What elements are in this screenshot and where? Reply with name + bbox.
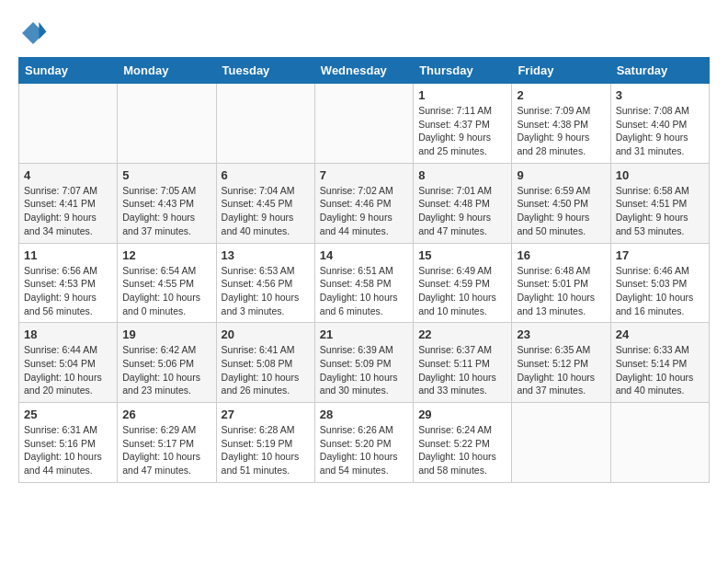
day-info: Sunrise: 7:05 AM Sunset: 4:43 PM Dayligh…	[122, 184, 210, 238]
day-info: Sunrise: 6:24 AM Sunset: 5:22 PM Dayligh…	[418, 423, 506, 477]
logo-icon	[18, 18, 48, 48]
day-info: Sunrise: 6:59 AM Sunset: 4:50 PM Dayligh…	[517, 184, 605, 238]
calendar-cell: 4Sunrise: 7:07 AM Sunset: 4:41 PM Daylig…	[19, 163, 118, 243]
page-header	[18, 18, 710, 48]
day-info: Sunrise: 6:56 AM Sunset: 4:53 PM Dayligh…	[24, 264, 112, 318]
calendar-cell: 27Sunrise: 6:28 AM Sunset: 5:19 PM Dayli…	[216, 403, 314, 483]
day-number: 11	[24, 248, 112, 262]
calendar-cell: 18Sunrise: 6:44 AM Sunset: 5:04 PM Dayli…	[19, 323, 118, 403]
calendar-cell: 23Sunrise: 6:35 AM Sunset: 5:12 PM Dayli…	[512, 323, 610, 403]
calendar-cell: 11Sunrise: 6:56 AM Sunset: 4:53 PM Dayli…	[19, 243, 118, 323]
day-number: 23	[517, 327, 605, 341]
calendar-cell: 9Sunrise: 6:59 AM Sunset: 4:50 PM Daylig…	[512, 163, 610, 243]
calendar-cell: 1Sunrise: 7:11 AM Sunset: 4:37 PM Daylig…	[414, 84, 512, 164]
day-number: 10	[616, 168, 704, 182]
day-number: 17	[616, 248, 704, 262]
logo	[18, 18, 51, 48]
svg-marker-1	[39, 22, 46, 39]
day-info: Sunrise: 6:35 AM Sunset: 5:12 PM Dayligh…	[517, 343, 605, 397]
day-info: Sunrise: 7:09 AM Sunset: 4:38 PM Dayligh…	[517, 104, 605, 158]
day-info: Sunrise: 6:48 AM Sunset: 5:01 PM Dayligh…	[517, 264, 605, 318]
calendar-cell: 5Sunrise: 7:05 AM Sunset: 4:43 PM Daylig…	[118, 163, 216, 243]
calendar-cell: 2Sunrise: 7:09 AM Sunset: 4:38 PM Daylig…	[512, 84, 610, 164]
calendar-cell: 13Sunrise: 6:53 AM Sunset: 4:56 PM Dayli…	[216, 243, 314, 323]
day-number: 6	[222, 168, 310, 182]
calendar-cell: 17Sunrise: 6:46 AM Sunset: 5:03 PM Dayli…	[610, 243, 709, 323]
calendar-week-row: 11Sunrise: 6:56 AM Sunset: 4:53 PM Dayli…	[19, 243, 710, 323]
day-info: Sunrise: 6:44 AM Sunset: 5:04 PM Dayligh…	[24, 343, 112, 397]
day-info: Sunrise: 7:07 AM Sunset: 4:41 PM Dayligh…	[24, 184, 112, 238]
day-info: Sunrise: 7:04 AM Sunset: 4:45 PM Dayligh…	[222, 184, 310, 238]
day-info: Sunrise: 6:33 AM Sunset: 5:14 PM Dayligh…	[616, 343, 704, 397]
day-number: 4	[24, 168, 112, 182]
day-number: 15	[418, 248, 506, 262]
calendar-header: SundayMondayTuesdayWednesdayThursdayFrid…	[19, 58, 710, 84]
day-number: 1	[418, 88, 506, 102]
calendar-cell: 12Sunrise: 6:54 AM Sunset: 4:55 PM Dayli…	[118, 243, 216, 323]
day-number: 8	[418, 168, 506, 182]
weekday-header: Friday	[512, 58, 610, 84]
calendar-cell: 29Sunrise: 6:24 AM Sunset: 5:22 PM Dayli…	[414, 403, 512, 483]
day-info: Sunrise: 6:26 AM Sunset: 5:20 PM Dayligh…	[320, 423, 408, 477]
day-number: 16	[517, 248, 605, 262]
day-info: Sunrise: 6:39 AM Sunset: 5:09 PM Dayligh…	[320, 343, 408, 397]
calendar-week-row: 25Sunrise: 6:31 AM Sunset: 5:16 PM Dayli…	[19, 403, 710, 483]
day-info: Sunrise: 6:31 AM Sunset: 5:16 PM Dayligh…	[24, 423, 112, 477]
day-info: Sunrise: 6:49 AM Sunset: 4:59 PM Dayligh…	[418, 264, 506, 318]
day-number: 21	[320, 327, 408, 341]
weekday-header: Tuesday	[216, 58, 314, 84]
day-number: 14	[320, 248, 408, 262]
day-number: 27	[222, 408, 310, 421]
calendar-cell: 22Sunrise: 6:37 AM Sunset: 5:11 PM Dayli…	[414, 323, 512, 403]
day-info: Sunrise: 6:29 AM Sunset: 5:17 PM Dayligh…	[122, 423, 210, 477]
day-number: 12	[122, 248, 210, 262]
day-info: Sunrise: 7:01 AM Sunset: 4:48 PM Dayligh…	[418, 184, 506, 238]
day-number: 25	[24, 408, 112, 421]
weekday-header: Saturday	[610, 58, 709, 84]
day-number: 24	[616, 327, 704, 341]
calendar-cell: 14Sunrise: 6:51 AM Sunset: 4:58 PM Dayli…	[314, 243, 413, 323]
day-number: 18	[24, 327, 112, 341]
calendar-cell	[118, 84, 216, 164]
day-info: Sunrise: 7:08 AM Sunset: 4:40 PM Dayligh…	[616, 104, 704, 158]
calendar-cell: 19Sunrise: 6:42 AM Sunset: 5:06 PM Dayli…	[118, 323, 216, 403]
calendar-cell: 26Sunrise: 6:29 AM Sunset: 5:17 PM Dayli…	[118, 403, 216, 483]
day-number: 28	[320, 408, 408, 421]
weekday-header: Monday	[118, 58, 216, 84]
day-number: 2	[517, 88, 605, 102]
day-number: 13	[222, 248, 310, 262]
day-info: Sunrise: 6:28 AM Sunset: 5:19 PM Dayligh…	[222, 423, 310, 477]
header-row: SundayMondayTuesdayWednesdayThursdayFrid…	[19, 58, 710, 84]
day-number: 7	[320, 168, 408, 182]
calendar-cell: 3Sunrise: 7:08 AM Sunset: 4:40 PM Daylig…	[610, 84, 709, 164]
weekday-header: Thursday	[414, 58, 512, 84]
calendar-cell	[610, 403, 709, 483]
calendar-cell: 6Sunrise: 7:04 AM Sunset: 4:45 PM Daylig…	[216, 163, 314, 243]
day-number: 22	[418, 327, 506, 341]
calendar-cell: 20Sunrise: 6:41 AM Sunset: 5:08 PM Dayli…	[216, 323, 314, 403]
day-info: Sunrise: 7:11 AM Sunset: 4:37 PM Dayligh…	[418, 104, 506, 158]
calendar-body: 1Sunrise: 7:11 AM Sunset: 4:37 PM Daylig…	[19, 84, 710, 483]
day-info: Sunrise: 6:54 AM Sunset: 4:55 PM Dayligh…	[122, 264, 210, 318]
day-number: 29	[418, 408, 506, 421]
day-number: 19	[122, 327, 210, 341]
calendar-week-row: 4Sunrise: 7:07 AM Sunset: 4:41 PM Daylig…	[19, 163, 710, 243]
calendar-cell	[19, 84, 118, 164]
day-info: Sunrise: 6:46 AM Sunset: 5:03 PM Dayligh…	[616, 264, 704, 318]
calendar-cell	[216, 84, 314, 164]
day-info: Sunrise: 6:53 AM Sunset: 4:56 PM Dayligh…	[222, 264, 310, 318]
calendar-cell: 15Sunrise: 6:49 AM Sunset: 4:59 PM Dayli…	[414, 243, 512, 323]
day-number: 3	[616, 88, 704, 102]
calendar-table: SundayMondayTuesdayWednesdayThursdayFrid…	[18, 57, 710, 483]
calendar-cell	[512, 403, 610, 483]
calendar-cell: 10Sunrise: 6:58 AM Sunset: 4:51 PM Dayli…	[610, 163, 709, 243]
day-info: Sunrise: 7:02 AM Sunset: 4:46 PM Dayligh…	[320, 184, 408, 238]
day-info: Sunrise: 6:37 AM Sunset: 5:11 PM Dayligh…	[418, 343, 506, 397]
calendar-cell: 8Sunrise: 7:01 AM Sunset: 4:48 PM Daylig…	[414, 163, 512, 243]
weekday-header: Sunday	[19, 58, 118, 84]
day-number: 9	[517, 168, 605, 182]
calendar-cell: 7Sunrise: 7:02 AM Sunset: 4:46 PM Daylig…	[314, 163, 413, 243]
calendar-cell: 24Sunrise: 6:33 AM Sunset: 5:14 PM Dayli…	[610, 323, 709, 403]
day-info: Sunrise: 6:51 AM Sunset: 4:58 PM Dayligh…	[320, 264, 408, 318]
calendar-week-row: 18Sunrise: 6:44 AM Sunset: 5:04 PM Dayli…	[19, 323, 710, 403]
